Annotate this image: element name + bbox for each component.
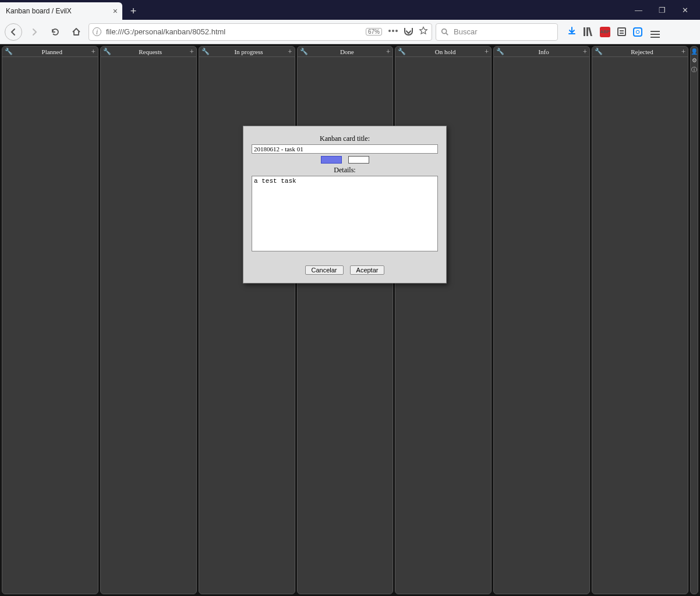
wrench-icon[interactable]: 🔧 xyxy=(300,48,308,55)
column-title: Rejected xyxy=(603,48,681,55)
toolbar-right-icons: ABP xyxy=(567,23,661,41)
adblock-icon[interactable]: ABP xyxy=(600,27,610,37)
wrench-icon[interactable]: 🔧 xyxy=(5,48,13,55)
search-icon xyxy=(441,28,449,36)
swatch-blue[interactable] xyxy=(321,156,342,164)
wrench-icon[interactable]: 🔧 xyxy=(398,48,406,55)
column-info: 🔧 Info + xyxy=(493,46,590,594)
card-title-label: Kanban card title: xyxy=(252,134,438,143)
new-tab-button[interactable]: + xyxy=(125,2,142,20)
menu-button[interactable] xyxy=(649,23,661,41)
reload-button[interactable] xyxy=(47,23,64,41)
window-controls: — ❐ ✕ xyxy=(635,6,700,15)
accept-button[interactable]: Aceptar xyxy=(350,265,385,275)
search-box[interactable]: Buscar xyxy=(436,23,558,41)
help-icon[interactable]: ⓘ xyxy=(691,66,697,74)
wrench-icon[interactable]: 🔧 xyxy=(595,48,603,55)
card-edit-dialog: Kanban card title: Details: Cancelar Ace… xyxy=(243,126,447,283)
column-title: Done xyxy=(308,48,387,55)
add-card-icon[interactable]: + xyxy=(91,47,96,56)
card-details-label: Details: xyxy=(252,166,438,175)
tab-title: Kanban board / EvilX xyxy=(6,7,72,15)
board-side-rail: 👤 ⚙ ⓘ xyxy=(690,46,698,594)
wrench-icon[interactable]: 🔧 xyxy=(496,48,504,55)
svg-line-4 xyxy=(446,33,448,35)
color-swatches xyxy=(252,156,438,166)
wrench-icon[interactable]: 🔧 xyxy=(201,48,210,55)
svg-point-3 xyxy=(442,29,447,33)
search-placeholder: Buscar xyxy=(454,27,477,36)
column-planned: 🔧 Planned + xyxy=(2,46,98,594)
card-title-input[interactable] xyxy=(252,144,438,154)
close-tab-icon[interactable]: × xyxy=(113,6,118,16)
browser-toolbar: i file:///G:/personal/kanban/8052.html 6… xyxy=(0,20,700,44)
add-card-icon[interactable]: + xyxy=(288,47,292,56)
cancel-button[interactable]: Cancelar xyxy=(305,265,344,275)
zoom-badge[interactable]: 67% xyxy=(366,28,382,36)
window-titlebar: Kanban board / EvilX × + — ❐ ✕ xyxy=(0,0,700,20)
hamburger-icon xyxy=(650,34,660,35)
minimize-icon[interactable]: — xyxy=(635,6,642,15)
site-info-icon[interactable]: i xyxy=(93,27,101,36)
close-window-icon[interactable]: ✕ xyxy=(682,6,688,15)
column-title: On hold xyxy=(406,48,485,55)
forward-button xyxy=(26,23,43,41)
card-details-textarea[interactable] xyxy=(252,176,438,251)
extension-icon[interactable] xyxy=(633,27,642,37)
bookmark-star-icon[interactable] xyxy=(419,26,428,37)
back-button[interactable] xyxy=(5,23,22,41)
user-icon[interactable]: 👤 xyxy=(691,48,698,55)
home-button[interactable] xyxy=(68,23,85,41)
column-requests: 🔧 Requests + xyxy=(100,46,197,594)
column-title: Info xyxy=(504,48,583,55)
add-card-icon[interactable]: + xyxy=(681,47,685,56)
kanban-board: 🔧 Planned + 🔧 Requests + 🔧 In progress +… xyxy=(0,44,700,596)
add-card-icon[interactable]: + xyxy=(386,47,390,56)
page-actions-icon[interactable] xyxy=(388,27,398,37)
pocket-icon[interactable] xyxy=(404,28,413,36)
column-title: In progress xyxy=(210,48,288,55)
svg-point-0 xyxy=(388,30,391,32)
url-bar[interactable]: i file:///G:/personal/kanban/8052.html 6… xyxy=(89,23,432,41)
browser-tab[interactable]: Kanban board / EvilX × xyxy=(0,2,122,20)
svg-point-1 xyxy=(392,30,394,32)
add-card-icon[interactable]: + xyxy=(485,47,489,56)
add-card-icon[interactable]: + xyxy=(189,47,193,56)
settings-icon[interactable]: ⚙ xyxy=(692,57,697,63)
column-title: Requests xyxy=(111,48,190,55)
column-title: Planned xyxy=(13,48,91,55)
sidebar-icon[interactable] xyxy=(617,27,626,36)
downloads-icon[interactable] xyxy=(567,26,577,38)
url-text: file:///G:/personal/kanban/8052.html xyxy=(106,27,225,36)
column-rejected: 🔧 Rejected + xyxy=(592,46,688,594)
library-icon[interactable] xyxy=(584,27,593,36)
wrench-icon[interactable]: 🔧 xyxy=(103,48,111,55)
svg-point-2 xyxy=(395,30,398,32)
swatch-white[interactable] xyxy=(348,156,369,164)
maximize-icon[interactable]: ❐ xyxy=(659,6,666,15)
add-card-icon[interactable]: + xyxy=(583,47,587,56)
